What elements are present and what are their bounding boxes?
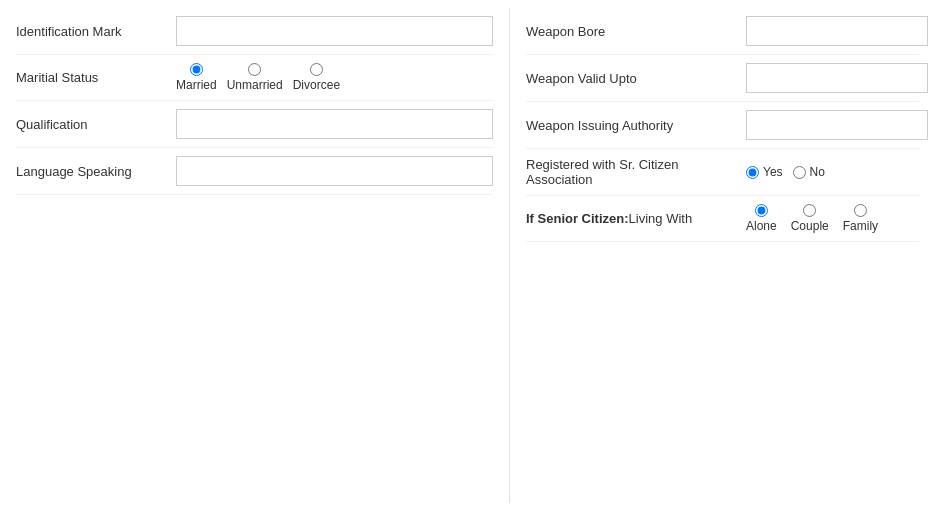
- weapon-bore-row: Weapon Bore: [526, 8, 919, 55]
- unmarried-option[interactable]: Unmarried: [227, 63, 283, 92]
- married-radio[interactable]: [190, 63, 203, 76]
- weapon-issuing-authority-label: Weapon Issuing Authority: [526, 118, 746, 133]
- yes-sr-label: Yes: [763, 165, 783, 179]
- senior-citizen-living-radio-group: Alone Couple Family: [746, 204, 878, 233]
- weapon-valid-upto-input[interactable]: [746, 63, 928, 93]
- alone-option[interactable]: Alone: [746, 204, 777, 233]
- family-radio[interactable]: [854, 204, 867, 217]
- weapon-issuing-authority-row: Weapon Issuing Authority: [526, 102, 919, 149]
- unmarried-radio[interactable]: [248, 63, 261, 76]
- no-sr-radio[interactable]: [793, 166, 806, 179]
- divorcee-radio[interactable]: [310, 63, 323, 76]
- identification-mark-label: Identification Mark: [16, 24, 176, 39]
- couple-radio[interactable]: [803, 204, 816, 217]
- senior-citizen-living-row: If Senior Citizen:Living With Alone Coup…: [526, 196, 919, 242]
- identification-mark-row: Identification Mark: [16, 8, 493, 55]
- qualification-row: Qualification: [16, 101, 493, 148]
- marital-status-label: Maritial Status: [16, 70, 176, 85]
- language-speaking-label: Language Speaking: [16, 164, 176, 179]
- family-label: Family: [843, 219, 878, 233]
- marital-status-radio-group: Married Unmarried Divorcee: [176, 63, 493, 92]
- registered-sr-citizen-label: Registered with Sr. Citizen Association: [526, 157, 746, 187]
- registered-sr-citizen-row: Registered with Sr. Citizen Association …: [526, 149, 919, 196]
- language-speaking-input[interactable]: [176, 156, 493, 186]
- marital-status-row: Maritial Status Married Unmarried Divorc…: [16, 55, 493, 101]
- alone-label: Alone: [746, 219, 777, 233]
- yes-sr-radio[interactable]: [746, 166, 759, 179]
- unmarried-label: Unmarried: [227, 78, 283, 92]
- couple-option[interactable]: Couple: [791, 204, 829, 233]
- registered-sr-citizen-radio-group: Yes No: [746, 165, 919, 179]
- yes-sr-option[interactable]: Yes: [746, 165, 783, 179]
- identification-mark-input[interactable]: [176, 16, 493, 46]
- divorcee-option[interactable]: Divorcee: [293, 63, 340, 92]
- divorcee-label: Divorcee: [293, 78, 340, 92]
- no-sr-option[interactable]: No: [793, 165, 825, 179]
- no-sr-label: No: [810, 165, 825, 179]
- language-speaking-row: Language Speaking: [16, 148, 493, 195]
- weapon-bore-input[interactable]: [746, 16, 928, 46]
- senior-citizen-living-label: If Senior Citizen:Living With: [526, 211, 746, 226]
- qualification-input[interactable]: [176, 109, 493, 139]
- weapon-bore-label: Weapon Bore: [526, 24, 746, 39]
- alone-radio[interactable]: [755, 204, 768, 217]
- weapon-valid-upto-label: Weapon Valid Upto: [526, 71, 746, 86]
- couple-label: Couple: [791, 219, 829, 233]
- family-option[interactable]: Family: [843, 204, 878, 233]
- weapon-issuing-authority-input[interactable]: [746, 110, 928, 140]
- married-option[interactable]: Married: [176, 63, 217, 92]
- weapon-valid-upto-row: Weapon Valid Upto: [526, 55, 919, 102]
- qualification-label: Qualification: [16, 117, 176, 132]
- married-label: Married: [176, 78, 217, 92]
